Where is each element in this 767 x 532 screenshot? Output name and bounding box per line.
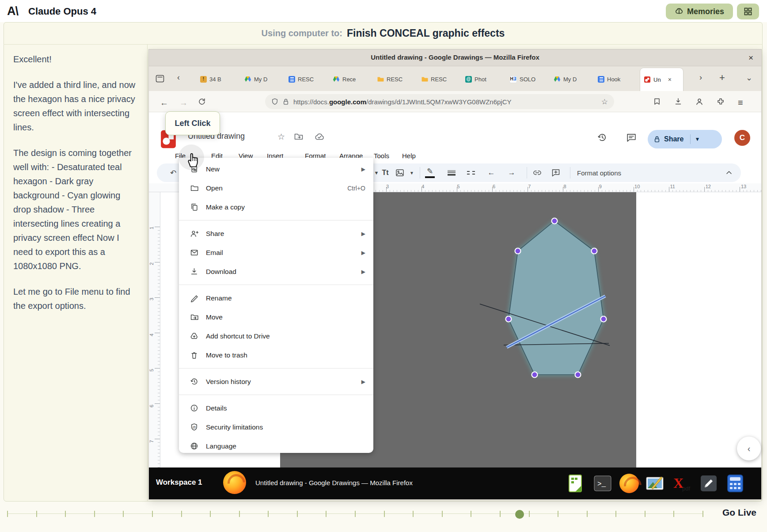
text-tool-icon[interactable]: Tt: [382, 169, 388, 177]
tab-close-icon[interactable]: ×: [668, 76, 672, 83]
comment-history-icon[interactable]: [627, 133, 636, 142]
version-history-icon[interactable]: [597, 133, 607, 142]
vertex-handle[interactable]: [552, 218, 558, 224]
taskbar-icon-calculator[interactable]: [723, 471, 747, 496]
menu-help[interactable]: Help: [399, 150, 418, 161]
line-weight-icon[interactable]: [448, 169, 456, 177]
timeline-tick[interactable]: [673, 511, 674, 517]
account-avatar[interactable]: C: [734, 130, 750, 146]
hexagon-shape[interactable]: [509, 221, 604, 375]
timeline-tick[interactable]: [239, 511, 240, 517]
app-menu-icon[interactable]: ≡: [738, 98, 743, 108]
shield-icon[interactable]: [271, 98, 278, 105]
timeline-tick[interactable]: [587, 511, 588, 517]
workspace-label[interactable]: Workspace 1: [156, 478, 202, 487]
taskbar-icon-libreoffice-calc[interactable]: [564, 471, 588, 496]
timeline-tick[interactable]: [268, 511, 269, 517]
browser-tab-active[interactable]: Un×: [640, 68, 683, 91]
browser-tab[interactable]: RESC: [285, 70, 328, 88]
timeline-tick[interactable]: [210, 511, 211, 517]
extensions-icon[interactable]: [717, 98, 725, 106]
session-timeline[interactable]: [7, 508, 703, 520]
file-menu-item-add-shortcut-to-drive[interactable]: Add shortcut to Drive: [179, 327, 373, 346]
back-icon[interactable]: ←: [160, 98, 168, 108]
timeline-tick[interactable]: [65, 511, 66, 517]
apps-grid-button[interactable]: [737, 4, 759, 19]
browser-tab[interactable]: HƎSOLO: [506, 70, 549, 88]
timeline-tick[interactable]: [36, 511, 37, 517]
image-caret-icon[interactable]: ▼: [410, 171, 414, 175]
browser-tab[interactable]: RESC: [373, 70, 416, 88]
file-menu-item-new[interactable]: New▶: [179, 160, 373, 179]
browser-tab[interactable]: My D: [241, 70, 284, 88]
image-tool-icon[interactable]: [396, 169, 404, 177]
account-icon[interactable]: [695, 98, 703, 106]
line-dash-icon[interactable]: [467, 169, 475, 176]
vertex-handle[interactable]: [575, 372, 581, 378]
scroll-tabs-right-icon[interactable]: ›: [699, 73, 702, 82]
browser-tab[interactable]: My D: [550, 70, 593, 88]
tool-caret-icon[interactable]: ▼: [374, 170, 379, 175]
timeline-tick[interactable]: [645, 511, 645, 517]
vertex-handle[interactable]: [601, 316, 607, 322]
file-menu-item-open[interactable]: OpenCtrl+O: [179, 179, 373, 198]
lock-icon[interactable]: [283, 98, 289, 105]
arrow-end-icon[interactable]: →: [508, 168, 516, 177]
file-menu-item-make-a-copy[interactable]: Make a copy: [179, 198, 373, 217]
timeline-tick[interactable]: [123, 511, 124, 517]
url-bar[interactable]: https://docs.google.com/drawings/d/1JWIn…: [265, 94, 614, 109]
taskbar-icon-text-editor[interactable]: [697, 471, 721, 496]
taskbar-icon-firefox[interactable]: [617, 471, 641, 496]
format-options-button[interactable]: Format options: [577, 169, 621, 177]
bookmark-star-icon[interactable]: ☆: [601, 97, 608, 106]
scroll-tabs-left-icon[interactable]: ‹: [177, 73, 180, 82]
cloud-status-icon[interactable]: [315, 133, 324, 141]
timeline-tick[interactable]: [297, 511, 298, 517]
forward-icon[interactable]: →: [179, 98, 188, 108]
browser-tab[interactable]: RESC: [418, 70, 460, 88]
timeline-playhead[interactable]: [515, 510, 524, 519]
insert-link-icon[interactable]: [533, 169, 542, 177]
move-folder-icon[interactable]: [294, 133, 303, 141]
window-close-icon[interactable]: ×: [748, 53, 753, 63]
browser-tab[interactable]: Hook: [594, 70, 637, 88]
menu-tools[interactable]: Tools: [371, 150, 392, 161]
timeline-tick[interactable]: [471, 511, 471, 517]
file-menu-item-move[interactable]: Move: [179, 308, 373, 327]
timeline-tick[interactable]: [181, 511, 182, 517]
timeline-tick[interactable]: [442, 511, 443, 517]
vertex-handle[interactable]: [515, 248, 521, 254]
file-menu-item-language[interactable]: Language: [179, 437, 373, 453]
collapse-toolbar-icon[interactable]: [725, 169, 733, 176]
taskbar-icon-terminal[interactable]: >_: [591, 471, 615, 496]
firefox-view-icon[interactable]: [156, 75, 164, 83]
browser-tab[interactable]: !34 B: [197, 70, 239, 88]
line-color-icon[interactable]: ✎: [427, 167, 433, 176]
file-menu-item-rename[interactable]: Rename: [179, 289, 373, 308]
undo-icon[interactable]: ↶: [170, 168, 176, 178]
file-menu-item-share[interactable]: Share▶: [179, 224, 373, 243]
timeline-tick[interactable]: [615, 511, 616, 517]
memories-button[interactable]: Memories: [666, 4, 733, 19]
timeline-tick[interactable]: [152, 511, 153, 517]
arrow-start-icon[interactable]: ←: [488, 168, 495, 177]
timeline-tick[interactable]: [702, 511, 703, 517]
insert-comment-icon[interactable]: [552, 169, 560, 177]
side-panel-toggle-button[interactable]: ‹: [737, 437, 761, 460]
taskbar-icon-image-viewer[interactable]: [644, 471, 668, 496]
browser-tab[interactable]: @Phot: [462, 70, 505, 88]
list-tabs-icon[interactable]: ⌄: [746, 73, 752, 83]
file-menu-item-email[interactable]: Email▶: [179, 243, 373, 262]
share-button[interactable]: Share ▼: [648, 130, 722, 148]
timeline-tick[interactable]: [384, 511, 385, 517]
timeline-tick[interactable]: [326, 511, 327, 517]
star-doc-icon[interactable]: ☆: [277, 132, 285, 142]
go-live-button[interactable]: Go Live: [707, 507, 756, 518]
browser-tab[interactable]: Rece: [329, 70, 372, 88]
taskbar-window-title[interactable]: Untitled drawing - Google Drawings — Moz…: [255, 479, 413, 486]
share-caret-icon[interactable]: ▼: [695, 136, 700, 142]
timeline-tick[interactable]: [94, 511, 95, 517]
reload-icon[interactable]: [198, 98, 206, 106]
file-menu-item-move-to-trash[interactable]: Move to trash: [179, 346, 373, 365]
timeline-tick[interactable]: [558, 511, 558, 517]
